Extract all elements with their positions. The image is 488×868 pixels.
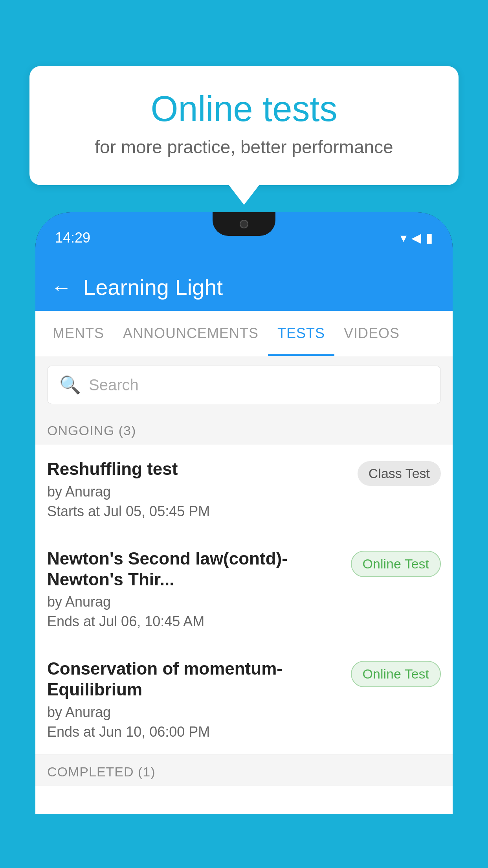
test-time-3: Ends at Jun 10, 06:00 PM bbox=[47, 724, 343, 740]
search-icon: 🔍 bbox=[59, 375, 81, 395]
test-item-2[interactable]: Newton's Second law(contd)-Newton's Thir… bbox=[35, 534, 453, 645]
test-author-3: by Anurag bbox=[47, 704, 343, 721]
tab-tests[interactable]: TESTS bbox=[268, 311, 334, 356]
test-name-3: Conservation of momentum-Equilibrium bbox=[47, 658, 343, 700]
test-author-2: by Anurag bbox=[47, 594, 343, 610]
test-item-3[interactable]: Conservation of momentum-Equilibrium by … bbox=[35, 644, 453, 755]
bubble-title: Online tests bbox=[61, 90, 427, 129]
test-info-3: Conservation of momentum-Equilibrium by … bbox=[47, 658, 351, 740]
test-badge-3: Online Test bbox=[351, 661, 441, 687]
status-time: 14:29 bbox=[55, 230, 90, 246]
status-icons: ▾ ◀ ▮ bbox=[400, 230, 433, 245]
phone-frame: 14:29 ▾ ◀ ▮ ← Learning Light MENTS bbox=[35, 212, 453, 868]
test-info-2: Newton's Second law(contd)-Newton's Thir… bbox=[47, 548, 351, 630]
battery-icon: ▮ bbox=[426, 230, 433, 245]
test-badge-1: Class Test bbox=[358, 461, 441, 486]
bubble-subtitle: for more practice, better performance bbox=[61, 136, 427, 158]
tab-ments[interactable]: MENTS bbox=[43, 311, 114, 356]
camera-dot bbox=[240, 220, 248, 228]
app-content: ← Learning Light MENTS ANNOUNCEMENTS TES… bbox=[35, 263, 453, 814]
wifi-icon: ▾ bbox=[400, 230, 407, 245]
status-bar: 14:29 ▾ ◀ ▮ bbox=[35, 212, 453, 263]
ongoing-section-title: ONGOING (3) bbox=[47, 423, 136, 438]
app-title: Learning Light bbox=[83, 274, 223, 300]
phone-notch bbox=[213, 212, 275, 236]
completed-section-title: COMPLETED (1) bbox=[47, 764, 156, 779]
app-topbar: ← Learning Light bbox=[35, 263, 453, 311]
tab-announcements[interactable]: ANNOUNCEMENTS bbox=[114, 311, 268, 356]
test-time-2: Ends at Jul 06, 10:45 AM bbox=[47, 613, 343, 630]
search-container: 🔍 Search bbox=[35, 356, 453, 414]
test-name-1: Reshuffling test bbox=[47, 459, 350, 480]
speech-bubble: Online tests for more practice, better p… bbox=[29, 66, 459, 185]
completed-section-header: COMPLETED (1) bbox=[35, 755, 453, 786]
tab-videos[interactable]: VIDEOS bbox=[334, 311, 409, 356]
test-name-2: Newton's Second law(contd)-Newton's Thir… bbox=[47, 548, 343, 590]
test-info-1: Reshuffling test by Anurag Starts at Jul… bbox=[47, 459, 358, 520]
test-time-1: Starts at Jul 05, 05:45 PM bbox=[47, 503, 350, 520]
search-placeholder: Search bbox=[89, 376, 139, 394]
phone-body: 14:29 ▾ ◀ ▮ ← Learning Light MENTS bbox=[35, 212, 453, 814]
test-item-1[interactable]: Reshuffling test by Anurag Starts at Jul… bbox=[35, 445, 453, 534]
tabs-container: MENTS ANNOUNCEMENTS TESTS VIDEOS bbox=[35, 311, 453, 356]
ongoing-section-header: ONGOING (3) bbox=[35, 414, 453, 445]
test-author-1: by Anurag bbox=[47, 484, 350, 500]
search-bar[interactable]: 🔍 Search bbox=[47, 366, 441, 404]
signal-icon: ◀ bbox=[411, 230, 421, 245]
test-badge-2: Online Test bbox=[351, 551, 441, 577]
back-button[interactable]: ← bbox=[51, 276, 72, 299]
